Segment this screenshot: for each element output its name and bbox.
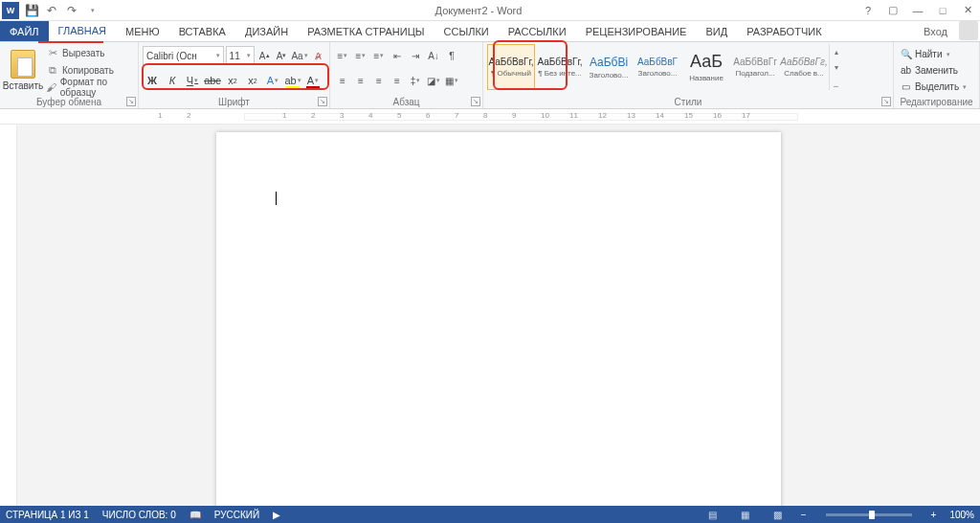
paste-icon [11,50,35,79]
document-area [0,125,980,506]
zoom-slider[interactable] [826,513,912,516]
minimize-button[interactable]: — [905,1,930,20]
ribbon: Вставить ✂Вырезать ⧉Копировать 🖌Формат п… [0,42,980,109]
status-word-count[interactable]: ЧИСЛО СЛОВ: 0 [102,510,176,520]
shrink-font-button[interactable]: A▾ [274,46,289,65]
format-painter-button[interactable]: 🖌Формат по образцу [44,79,134,96]
show-marks-button[interactable]: ¶ [443,46,460,65]
sign-in-link[interactable]: Вход [914,21,957,41]
vertical-ruler[interactable] [0,125,17,506]
tab-view[interactable]: ВИД [696,21,737,41]
font-size-combo[interactable]: 11▾ [226,46,256,65]
tab-references[interactable]: ССЫЛКИ [434,21,499,41]
window-title: Документ2 - Word [101,5,856,16]
styles-gallery-more[interactable]: ▴▾⎯ [829,44,842,90]
italic-button[interactable]: К [163,71,182,90]
numbering-button[interactable]: ≡▾ [352,46,369,65]
qat-customize[interactable]: ▾ [82,1,101,20]
align-center-button[interactable]: ≡ [352,71,369,90]
group-clipboard: Вставить ✂Вырезать ⧉Копировать 🖌Формат п… [0,42,139,108]
style-heading2[interactable]: АаБбВвГЗаголово... [634,44,681,90]
find-icon: 🔍 [900,48,912,60]
clipboard-dialog-launcher[interactable]: ↘ [126,97,136,106]
style-heading1[interactable]: АаБбВіЗаголово... [585,44,633,90]
group-label: Редактирование [894,97,979,107]
paste-button[interactable]: Вставить [4,44,42,96]
document-canvas[interactable] [17,125,980,506]
superscript-button[interactable]: x2 [243,71,262,90]
annotation-highlight [38,41,103,43]
group-paragraph: ≡▾ ≡▾ ≡▾ ⇤ ⇥ A↓ ¶ ≡ ≡ ≡ ≡ ‡▾ ◪▾ ▦▾ Абзац… [330,42,483,108]
decrease-indent-button[interactable]: ⇤ [389,46,406,65]
tab-design[interactable]: ДИЗАЙН [235,21,298,41]
tab-developer[interactable]: РАЗРАБОТЧИК [737,21,831,41]
tab-file[interactable]: ФАЙЛ [0,21,49,41]
align-right-button[interactable]: ≡ [370,71,388,90]
zoom-in-button[interactable]: + [931,510,937,520]
tab-menu[interactable]: Меню [116,21,169,41]
user-avatar-icon[interactable] [959,21,978,40]
align-left-button[interactable]: ≡ [334,71,351,90]
font-color-button[interactable]: A▾ [303,71,323,90]
font-dialog-launcher[interactable]: ↘ [318,97,327,106]
horizontal-ruler[interactable]: 211234567891011121314151617 [0,109,980,125]
undo-button[interactable]: ↶ [42,1,61,20]
underline-button[interactable]: Ч▾ [183,71,202,90]
group-editing: 🔍Найти▾ abЗаменить ▭Выделить▾ Редактиров… [894,42,980,108]
borders-button[interactable]: ▦▾ [443,71,460,90]
status-language[interactable]: РУССКИЙ [214,510,259,520]
window-controls: ? ▢ — □ ✕ [856,1,980,20]
ribbon-display-options[interactable]: ▢ [880,1,905,20]
bold-button[interactable]: Ж [143,71,162,90]
paragraph-dialog-launcher[interactable]: ↘ [471,97,480,106]
shading-button[interactable]: ◪▾ [425,71,442,90]
tab-layout[interactable]: РАЗМЕТКА СТРАНИЦЫ [298,21,434,41]
select-button[interactable]: ▭Выделить▾ [898,79,975,95]
status-macro-icon[interactable]: ▶ [273,510,280,520]
tab-mailings[interactable]: РАССЫЛКИ [499,21,576,41]
page[interactable] [216,132,781,506]
status-proofing-icon[interactable]: 📖 [189,510,201,520]
maximize-button[interactable]: □ [930,1,955,20]
bullets-button[interactable]: ≡▾ [334,46,351,65]
style-subtitle[interactable]: АаБбВвГгПодзагол... [731,44,779,90]
close-button[interactable]: ✕ [955,1,980,20]
cut-button[interactable]: ✂Вырезать [44,44,134,61]
tab-insert[interactable]: ВСТАВКА [169,21,235,41]
styles-dialog-launcher[interactable]: ↘ [881,97,891,106]
style-title[interactable]: АаБНазвание [682,44,730,90]
view-web-layout[interactable]: ▩ [768,508,788,521]
sort-button[interactable]: A↓ [425,46,442,65]
clear-formatting-button[interactable]: A̷ [310,46,325,65]
tab-home[interactable]: ГЛАВНАЯ [49,21,116,41]
subscript-button[interactable]: x2 [223,71,242,90]
save-button[interactable]: 💾 [22,1,41,20]
style-normal[interactable]: АаБбВвГг,¶ Обычный [487,44,535,90]
highlight-button[interactable]: ab▾ [283,71,302,90]
ribbon-tabs: ФАЙЛ ГЛАВНАЯ Меню ВСТАВКА ДИЗАЙН РАЗМЕТК… [0,21,980,42]
strikethrough-button[interactable]: abc [203,71,222,90]
help-button[interactable]: ? [856,1,880,20]
find-button[interactable]: 🔍Найти▾ [898,46,975,62]
font-name-combo[interactable]: Calibri (Осн▾ [143,46,224,65]
style-no-spacing[interactable]: АаБбВвГг,¶ Без инте... [536,44,584,90]
redo-button[interactable]: ↷ [62,1,81,20]
styles-gallery: АаБбВвГг,¶ Обычный АаБбВвГг,¶ Без инте..… [487,44,842,92]
view-print-layout[interactable]: ▦ [736,508,755,521]
zoom-level[interactable]: 100% [949,510,974,520]
zoom-out-button[interactable]: − [801,510,807,520]
justify-button[interactable]: ≡ [389,71,406,90]
line-spacing-button[interactable]: ‡▾ [407,71,424,90]
change-case-button[interactable]: Aa▾ [291,46,308,65]
replace-button[interactable]: abЗаменить [898,62,975,79]
increase-indent-button[interactable]: ⇥ [407,46,424,65]
status-bar: СТРАНИЦА 1 ИЗ 1 ЧИСЛО СЛОВ: 0 📖 РУССКИЙ … [0,506,980,523]
grow-font-button[interactable]: A▴ [256,46,272,65]
multilevel-list-button[interactable]: ≡▾ [370,46,388,65]
text-effects-button[interactable]: A▾ [263,71,282,90]
tab-review[interactable]: РЕЦЕНЗИРОВАНИЕ [576,21,697,41]
style-subtle-emphasis[interactable]: АаБбВвГг,Слабое в... [780,44,828,90]
status-page[interactable]: СТРАНИЦА 1 ИЗ 1 [6,510,89,520]
view-read-mode[interactable]: ▤ [703,508,723,521]
group-styles: АаБбВвГг,¶ Обычный АаБбВвГг,¶ Без инте..… [483,42,894,108]
